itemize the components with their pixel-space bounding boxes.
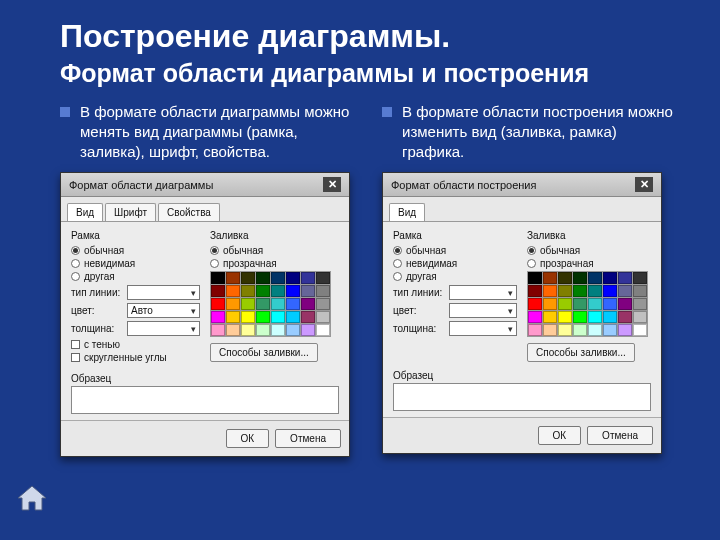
swatch[interactable] [211, 285, 225, 297]
swatch[interactable] [588, 324, 602, 336]
radio-fill-transparent[interactable]: прозрачная [527, 258, 651, 269]
swatch[interactable] [211, 298, 225, 310]
swatch[interactable] [256, 272, 270, 284]
swatch[interactable] [316, 298, 330, 310]
swatch[interactable] [271, 324, 285, 336]
swatch[interactable] [241, 272, 255, 284]
swatch[interactable] [316, 272, 330, 284]
swatch[interactable] [271, 272, 285, 284]
radio-fill-normal[interactable]: обычная [210, 245, 339, 256]
combo-line-weight[interactable]: ▾ [127, 321, 200, 336]
swatch[interactable] [226, 324, 240, 336]
swatch[interactable] [286, 298, 300, 310]
combo-line-type[interactable]: ▾ [127, 285, 200, 300]
swatch[interactable] [603, 298, 617, 310]
swatch[interactable] [558, 285, 572, 297]
swatch[interactable] [286, 324, 300, 336]
swatch[interactable] [588, 298, 602, 310]
swatch[interactable] [573, 272, 587, 284]
swatch[interactable] [271, 285, 285, 297]
swatch[interactable] [316, 324, 330, 336]
swatch[interactable] [543, 324, 557, 336]
radio-frame-other[interactable]: другая [71, 271, 200, 282]
swatch[interactable] [241, 324, 255, 336]
radio-fill-normal[interactable]: обычная [527, 245, 651, 256]
radio-frame-invisible[interactable]: невидимая [71, 258, 200, 269]
swatch[interactable] [603, 272, 617, 284]
combo-line-color[interactable]: Авто▾ [127, 303, 200, 318]
swatch[interactable] [271, 298, 285, 310]
cancel-button[interactable]: Отмена [587, 426, 653, 445]
color-swatches[interactable] [527, 271, 648, 337]
swatch[interactable] [558, 324, 572, 336]
radio-fill-transparent[interactable]: прозрачная [210, 258, 339, 269]
swatch[interactable] [226, 272, 240, 284]
swatch[interactable] [256, 324, 270, 336]
ok-button[interactable]: ОК [226, 429, 270, 448]
swatch[interactable] [603, 311, 617, 323]
combo-line-type[interactable]: ▾ [449, 285, 517, 300]
color-swatches[interactable] [210, 271, 331, 337]
swatch[interactable] [588, 285, 602, 297]
swatch[interactable] [256, 311, 270, 323]
tab-font[interactable]: Шрифт [105, 203, 156, 221]
home-icon[interactable] [16, 484, 48, 512]
radio-frame-invisible[interactable]: невидимая [393, 258, 517, 269]
swatch[interactable] [558, 298, 572, 310]
swatch[interactable] [543, 272, 557, 284]
swatch[interactable] [226, 298, 240, 310]
swatch[interactable] [633, 324, 647, 336]
swatch[interactable] [573, 324, 587, 336]
swatch[interactable] [286, 272, 300, 284]
swatch[interactable] [618, 324, 632, 336]
swatch[interactable] [603, 285, 617, 297]
swatch[interactable] [211, 272, 225, 284]
tab-view[interactable]: Вид [67, 203, 103, 221]
swatch[interactable] [256, 298, 270, 310]
swatch[interactable] [286, 285, 300, 297]
combo-line-color[interactable]: ▾ [449, 303, 517, 318]
swatch[interactable] [558, 272, 572, 284]
swatch[interactable] [528, 311, 542, 323]
swatch[interactable] [633, 272, 647, 284]
swatch[interactable] [543, 285, 557, 297]
tab-props[interactable]: Свойства [158, 203, 220, 221]
swatch[interactable] [618, 285, 632, 297]
swatch[interactable] [618, 298, 632, 310]
swatch[interactable] [528, 298, 542, 310]
swatch[interactable] [558, 311, 572, 323]
fill-methods-button[interactable]: Способы заливки... [527, 343, 635, 362]
swatch[interactable] [528, 285, 542, 297]
swatch[interactable] [528, 324, 542, 336]
swatch[interactable] [573, 311, 587, 323]
swatch[interactable] [543, 298, 557, 310]
close-icon[interactable]: ✕ [635, 177, 653, 192]
swatch[interactable] [256, 285, 270, 297]
swatch[interactable] [226, 311, 240, 323]
swatch[interactable] [588, 311, 602, 323]
swatch[interactable] [603, 324, 617, 336]
swatch[interactable] [573, 285, 587, 297]
radio-frame-normal[interactable]: обычная [393, 245, 517, 256]
swatch[interactable] [301, 311, 315, 323]
swatch[interactable] [618, 311, 632, 323]
swatch[interactable] [286, 311, 300, 323]
swatch[interactable] [316, 285, 330, 297]
swatch[interactable] [211, 311, 225, 323]
radio-frame-other[interactable]: другая [393, 271, 517, 282]
swatch[interactable] [301, 298, 315, 310]
swatch[interactable] [271, 311, 285, 323]
swatch[interactable] [633, 285, 647, 297]
swatch[interactable] [528, 272, 542, 284]
swatch[interactable] [301, 285, 315, 297]
swatch[interactable] [241, 285, 255, 297]
fill-methods-button[interactable]: Способы заливки... [210, 343, 318, 362]
swatch[interactable] [618, 272, 632, 284]
checkbox-shadow[interactable]: с тенью [71, 339, 200, 350]
cancel-button[interactable]: Отмена [275, 429, 341, 448]
combo-line-weight[interactable]: ▾ [449, 321, 517, 336]
close-icon[interactable]: ✕ [323, 177, 341, 192]
swatch[interactable] [301, 324, 315, 336]
swatch[interactable] [633, 311, 647, 323]
swatch[interactable] [226, 285, 240, 297]
